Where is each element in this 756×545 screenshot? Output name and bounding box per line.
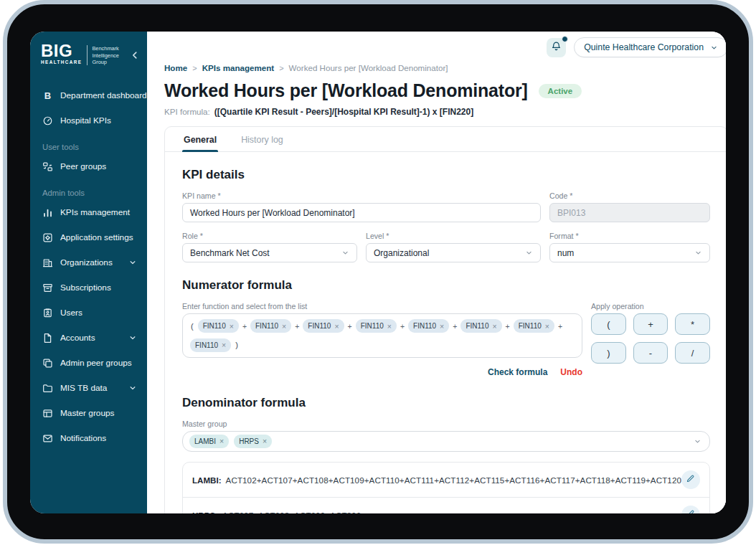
group-name: HRPS: (192, 511, 218, 514)
company-selector[interactable]: Quinte Healthcare Corporation (574, 37, 726, 57)
formula-chip-label: FIN110 (255, 322, 278, 330)
master-group-chip: LAMBI× (189, 435, 229, 448)
sidebar-item-subscriptions[interactable]: Subscriptions (30, 275, 147, 300)
edit-group-button[interactable] (681, 506, 700, 513)
sidebar-item-admin-peer-groups[interactable]: Admin peer groups (30, 351, 147, 376)
topbar: Quinte Healthcare Corporation (164, 37, 726, 57)
logo-sub-text: HEALTHCARE (41, 60, 82, 65)
peer-groups-icon (42, 161, 53, 172)
chip-remove-icon[interactable]: × (219, 437, 224, 445)
chevron-down-icon (128, 333, 137, 342)
sidebar-item-mis-tb-data[interactable]: MIS TB data (30, 376, 147, 401)
tab-general[interactable]: General (182, 127, 218, 151)
pencil-icon (686, 508, 695, 513)
chevron-down-icon (525, 249, 533, 257)
sidebar-item-department-dashboard[interactable]: BDepartment dashboard (30, 83, 147, 108)
sidebar-item-application-settings[interactable]: Application settings (30, 225, 147, 250)
breadcrumb-item-kpis-management[interactable]: KPIs management (202, 63, 275, 72)
tabs: GeneralHistory log (165, 127, 726, 152)
operation-button-minus[interactable]: - (633, 342, 668, 364)
numerator-formula-input[interactable]: (FIN110×+FIN110×+FIN110×+FIN110×+FIN110×… (182, 313, 582, 358)
sidebar-item-label: KPIs management (60, 207, 137, 217)
formula-chip: FIN110× (190, 338, 231, 352)
card-body: KPI details KPI name * Worked Hours per … (165, 168, 726, 513)
sidebar-section-label: User tools (30, 133, 147, 154)
chip-remove-icon[interactable]: × (230, 323, 234, 331)
chevron-down-icon (128, 258, 137, 267)
formula-plus-operator: + (400, 322, 405, 331)
kpi-name-input[interactable]: Worked Hours per [Workload Denominator] (182, 203, 541, 222)
main-content: Quinte Healthcare Corporation Home>KPIs … (147, 32, 726, 513)
format-label: Format * (549, 232, 710, 240)
sidebar-item-label: Organizations (60, 257, 121, 267)
chip-remove-icon[interactable]: × (492, 323, 496, 331)
formula-chip-label: FIN110 (466, 322, 488, 330)
sidebar-item-label: MIS TB data (60, 383, 121, 393)
logo-tagline-line: Group (92, 59, 130, 66)
tab-history-log[interactable]: History log (240, 127, 285, 151)
sidebar-item-label: Users (60, 308, 137, 318)
sidebar-item-label: Hospital KPIs (60, 115, 137, 125)
breadcrumb-item-worked-hours-per-workload-denominator: Worked Hours per [Workload Denominator] (289, 63, 448, 72)
chip-remove-icon[interactable]: × (545, 323, 549, 331)
notifications-bell-button[interactable] (547, 38, 566, 57)
copy-icon (42, 358, 53, 369)
sidebar-item-hospital-kpis[interactable]: Hospital KPIs (30, 108, 147, 133)
sidebar-item-organizations[interactable]: Organizations (30, 250, 147, 275)
formula-plus-operator: + (453, 322, 457, 331)
sidebar-item-master-groups[interactable]: Master groups (30, 401, 147, 426)
folder-icon (42, 383, 53, 394)
sidebar-item-peer-groups[interactable]: Peer groups (30, 154, 147, 179)
kpi-formula-label: KPI formula: (164, 107, 210, 116)
numerator-left: Enter function and select from the list … (182, 302, 582, 377)
sidebar-item-users[interactable]: Users (30, 300, 147, 326)
operation-button-openminusparen[interactable]: ( (591, 313, 626, 335)
breadcrumb-separator: > (279, 64, 283, 72)
level-select[interactable]: Organizational (366, 243, 541, 262)
check-formula-button[interactable]: Check formula (488, 367, 547, 377)
chip-remove-icon[interactable]: × (282, 323, 286, 331)
format-select[interactable]: num (549, 243, 710, 262)
sidebar-item-accounts[interactable]: Accounts (30, 326, 147, 351)
sidebar-item-kpis-management[interactable]: KPIs management (30, 200, 147, 225)
master-group-chip-label: LAMBI (194, 437, 216, 445)
breadcrumb-separator: > (192, 64, 197, 72)
dashboard-icon: B (42, 90, 53, 101)
role-select[interactable]: Benchmark Net Cost (182, 243, 357, 262)
sidebar-section-label: Admin tools (30, 179, 147, 200)
formula-plus-operator: + (295, 322, 299, 331)
formula-chip-label: FIN110 (308, 322, 331, 330)
master-group-rows: LAMBI:ACT102+ACT107+ACT108+ACT109+ACT110… (182, 462, 710, 513)
master-group-select[interactable]: LAMBI×HRPS× (182, 431, 710, 452)
sidebar-item-label: Department dashboard (60, 90, 147, 100)
operation-button-multiply[interactable]: * (675, 313, 710, 335)
sidebar-collapse-chevron-left-icon[interactable] (130, 50, 140, 60)
gauge-icon (42, 115, 53, 126)
formula-chip: FIN110× (303, 319, 344, 333)
sidebar-item-notifications[interactable]: Notifications (30, 426, 147, 451)
chip-remove-icon[interactable]: × (387, 323, 392, 331)
operation-button-closeminusparen[interactable]: ) (591, 342, 626, 364)
chip-remove-icon[interactable]: × (263, 437, 267, 445)
edit-group-button[interactable] (681, 470, 700, 489)
operation-button-divide[interactable]: / (675, 342, 710, 364)
operation-button-plus[interactable]: + (633, 313, 668, 335)
chip-remove-icon[interactable]: × (440, 323, 444, 331)
master-group-label: Master group (182, 420, 710, 428)
undo-button[interactable]: Undo (560, 367, 582, 377)
logo-divider (87, 45, 88, 65)
chevron-down-icon (341, 249, 349, 257)
chip-remove-icon[interactable]: × (222, 341, 226, 349)
denominator-heading: Denominator formula (182, 396, 710, 410)
apply-operation-panel: Apply operation (+*)-/ (591, 302, 710, 364)
formula-chip: FIN110× (514, 319, 554, 333)
chip-remove-icon[interactable]: × (334, 323, 339, 331)
formula-chip: FIN110× (408, 319, 449, 333)
formula-chip-label: FIN110 (361, 322, 384, 330)
formula-chip-label: FIN110 (195, 341, 218, 349)
breadcrumb-item-home[interactable]: Home (164, 63, 187, 72)
code-label: Code * (549, 191, 710, 200)
bar-chart-icon (42, 207, 53, 218)
sidebar: BIG HEALTHCARE Benchmark Intelligence Gr… (30, 32, 147, 513)
status-badge: Active (539, 84, 582, 98)
